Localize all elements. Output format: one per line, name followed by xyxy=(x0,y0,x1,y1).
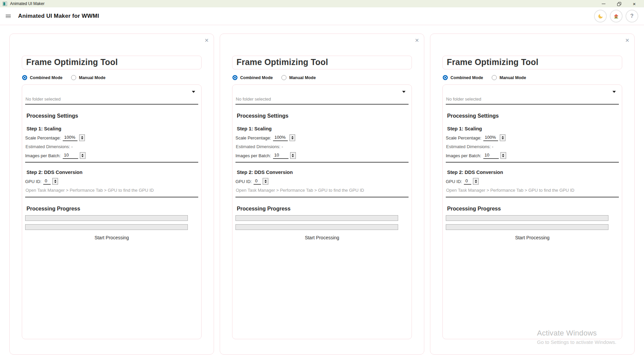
spin-down-icon xyxy=(292,156,294,157)
section-divider xyxy=(446,197,619,197)
gpu-label: GPU ID: xyxy=(446,179,462,184)
spin-up-icon xyxy=(292,154,294,155)
scale-stepper[interactable] xyxy=(79,134,85,141)
scale-label: Scale Percentage: xyxy=(235,135,271,140)
spin-down-icon xyxy=(502,156,504,157)
scale-stepper[interactable] xyxy=(500,134,505,141)
gpu-hint-label: Open Task Manager > Performance Tab > GP… xyxy=(236,188,409,193)
spin-up-icon xyxy=(81,136,83,137)
radio-combined-mode[interactable]: Combined Mode xyxy=(22,75,62,80)
scale-stepper[interactable] xyxy=(289,134,295,141)
radio-manual-mode[interactable]: Manual Mode xyxy=(492,75,526,80)
gpu-label: GPU ID: xyxy=(25,179,41,184)
spin-up-icon xyxy=(502,136,504,137)
radio-selected-icon xyxy=(22,75,27,80)
panels-container: × Frame Optimizing Tool Combined Mode Ma… xyxy=(0,25,644,355)
batch-input[interactable]: 10 xyxy=(63,153,78,159)
progress-bar-primary xyxy=(235,215,398,221)
panel-close-button[interactable]: × xyxy=(205,37,209,44)
radio-manual-label: Manual Mode xyxy=(79,75,105,80)
radio-combined-mode[interactable]: Combined Mode xyxy=(443,75,483,80)
frame-tool-panel: × Frame Optimizing Tool Combined Mode Ma… xyxy=(220,34,424,355)
spin-down-icon xyxy=(82,156,84,157)
radio-manual-label: Manual Mode xyxy=(499,75,526,80)
restore-button[interactable] xyxy=(611,0,627,7)
gpu-input[interactable]: 0 xyxy=(254,178,261,185)
start-processing-button[interactable]: Start Processing xyxy=(95,235,129,240)
spin-up-icon xyxy=(502,154,504,155)
spin-up-icon xyxy=(82,154,84,155)
panel-close-button[interactable]: × xyxy=(415,37,419,44)
gpu-stepper[interactable] xyxy=(52,178,58,185)
radio-manual-mode[interactable]: Manual Mode xyxy=(281,75,316,80)
close-icon: × xyxy=(633,1,636,6)
gpu-stepper[interactable] xyxy=(263,178,268,185)
gpu-stepper[interactable] xyxy=(473,178,479,185)
scale-input[interactable]: 100% xyxy=(63,135,77,141)
batch-stepper[interactable] xyxy=(80,152,86,159)
moon-icon xyxy=(598,13,603,19)
scale-label: Scale Percentage: xyxy=(25,135,61,140)
radio-combined-mode[interactable]: Combined Mode xyxy=(232,75,273,80)
progress-bar-secondary xyxy=(25,224,188,230)
radio-selected-icon xyxy=(443,75,448,80)
folder-dropdown[interactable] xyxy=(446,88,619,96)
estimated-dimensions-label: Estimated Dimensions: - xyxy=(25,144,198,149)
radio-unselected-icon xyxy=(492,75,497,80)
batch-stepper[interactable] xyxy=(500,152,506,159)
section-divider xyxy=(25,197,198,197)
scale-input[interactable]: 100% xyxy=(483,135,498,141)
progress-heading: Processing Progress xyxy=(237,206,409,212)
menu-button[interactable] xyxy=(6,14,11,18)
scale-input[interactable]: 100% xyxy=(273,135,288,141)
spin-down-icon xyxy=(502,138,504,139)
gpu-input[interactable]: 0 xyxy=(464,178,471,185)
gpu-hint-label: Open Task Manager > Performance Tab > GP… xyxy=(25,188,198,193)
spin-down-icon xyxy=(54,182,56,183)
batch-input[interactable]: 10 xyxy=(483,153,499,159)
mode-radio-group: Combined Mode Manual Mode xyxy=(443,75,622,80)
folder-dropdown[interactable] xyxy=(25,88,198,96)
radio-combined-label: Combined Mode xyxy=(450,75,483,80)
window-title: Animated UI Maker xyxy=(10,1,45,6)
mode-radio-group: Combined Mode Manual Mode xyxy=(232,75,412,80)
theme-toggle-button[interactable] xyxy=(594,10,607,22)
estimated-dimensions-label: Estimated Dimensions: - xyxy=(236,144,409,149)
gpu-hint-label: Open Task Manager > Performance Tab > GP… xyxy=(446,188,619,193)
radio-unselected-icon xyxy=(281,75,286,80)
section-divider xyxy=(235,197,409,197)
radio-combined-label: Combined Mode xyxy=(30,75,62,80)
scale-label: Scale Percentage: xyxy=(446,135,481,140)
batch-label: Images per Batch: xyxy=(235,153,271,158)
close-window-button[interactable]: × xyxy=(627,0,642,7)
batch-stepper[interactable] xyxy=(290,152,296,159)
batch-row: Images per Batch: 10 xyxy=(235,152,409,159)
radio-manual-mode[interactable]: Manual Mode xyxy=(71,75,105,80)
progress-bar-primary xyxy=(446,215,608,221)
start-processing-button[interactable]: Start Processing xyxy=(305,235,339,240)
section-divider xyxy=(235,162,409,163)
settings-heading: Processing Settings xyxy=(447,113,619,119)
home-button[interactable] xyxy=(610,10,623,22)
step1-heading: Step 1: Scaling xyxy=(447,126,619,131)
gpu-row: GPU ID: 0 xyxy=(446,178,619,185)
tool-groupbox: No folder selected Processing Settings S… xyxy=(442,84,622,339)
app-header: Animated UI Maker for WWMI ? xyxy=(0,7,644,25)
gpu-input[interactable]: 0 xyxy=(43,178,51,185)
frame-tool-panel: × Frame Optimizing Tool Combined Mode Ma… xyxy=(9,34,214,355)
chevron-down-icon xyxy=(192,91,195,93)
panel-title: Frame Optimizing Tool xyxy=(22,56,202,69)
spin-down-icon xyxy=(475,182,477,183)
gpu-row: GPU ID: 0 xyxy=(25,178,198,185)
gpu-label: GPU ID: xyxy=(235,179,252,184)
minimize-icon xyxy=(602,4,605,4)
batch-input[interactable]: 10 xyxy=(273,153,288,159)
help-button[interactable]: ? xyxy=(626,10,638,22)
folder-dropdown[interactable] xyxy=(235,88,409,96)
progress-bar-secondary xyxy=(446,224,608,230)
chevron-down-icon xyxy=(612,91,616,93)
spin-up-icon xyxy=(265,180,267,181)
panel-close-button[interactable]: × xyxy=(625,37,629,44)
minimize-button[interactable] xyxy=(596,0,611,7)
start-processing-button[interactable]: Start Processing xyxy=(515,235,550,240)
